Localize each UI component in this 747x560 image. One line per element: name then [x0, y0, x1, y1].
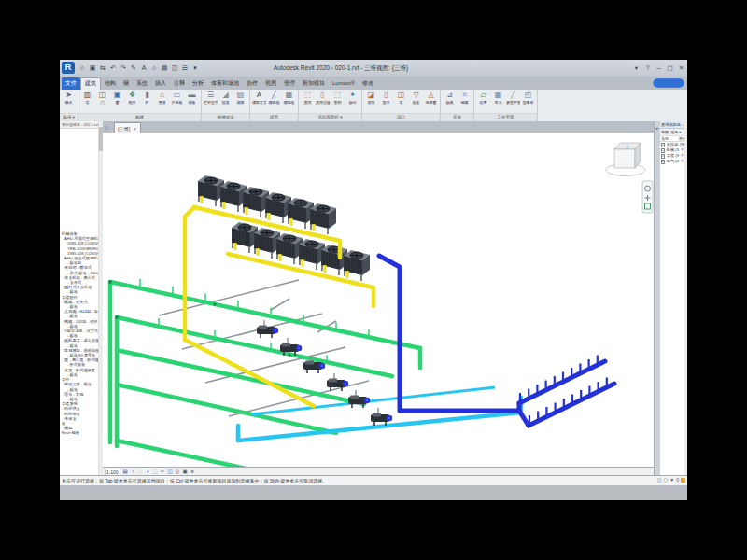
tab-分析[interactable]: 分析: [189, 77, 207, 90]
ribbon-panel-buttons: A模型文字╱模型线▦模型组: [250, 90, 298, 113]
screenshot-stage: R ⌂▣⇆↶↷✎A⌂▤◫☰▾ Autodesk Revit 2020 - 020…: [0, 0, 747, 560]
ribbon-button-楼梯[interactable]: ▤楼梯: [233, 91, 247, 105]
tab-视图[interactable]: 视图: [261, 77, 280, 90]
expand-icon[interactable]: +: [661, 143, 665, 147]
ribbon-button-轴网[interactable]: ⌗轴网: [458, 91, 472, 105]
crop-view-icon[interactable]: ⬚: [152, 469, 159, 475]
worksharing-icon[interactable]: ◫: [657, 477, 662, 483]
expand-icon[interactable]: +: [661, 160, 665, 164]
view-control-icons: ▤◔☼◑⬚✂◫◎▣≡: [122, 469, 196, 475]
tab-结构[interactable]: 结构: [101, 77, 120, 90]
visual-style-icon[interactable]: ◔: [130, 469, 136, 475]
ribbon-button-修改[interactable]: ➤修改: [62, 91, 76, 105]
show-crop-icon[interactable]: ✂: [160, 469, 166, 475]
temporary-view-properties-icon[interactable]: ▣: [182, 469, 189, 475]
ribbon-button-墙[interactable]: ▥墙: [80, 91, 94, 105]
ribbon-button-查看器[interactable]: ◰查看器: [521, 91, 535, 105]
ribbon-button-icon: ▬: [185, 91, 199, 100]
ribbon-button-老虎窗[interactable]: ◬老虎窗: [424, 91, 438, 105]
ribbon-button-label: 构件: [125, 100, 139, 105]
sun-path-icon[interactable]: ☼: [137, 469, 144, 475]
ribbon-button-窗[interactable]: ▣窗: [110, 91, 124, 105]
ribbon-panel: ⊿标高⌗轴网基准: [441, 90, 474, 121]
tab-系统[interactable]: 系统: [133, 77, 151, 90]
project-browser-item[interactable]: Y型过滤器 - 法兰式: [60, 329, 98, 333]
home-icon[interactable]: ⌂: [105, 123, 108, 132]
ribbon-button-icon: ⌂: [155, 91, 169, 100]
design-options-icon[interactable]: ▢: [664, 477, 669, 483]
system-browser-row[interactable]: +电气 (4 个系统): [660, 159, 687, 164]
ribbon-button-墙[interactable]: ◫墙: [394, 91, 408, 105]
model-canvas[interactable]: 上: [103, 133, 654, 467]
tab-管理[interactable]: 管理: [280, 77, 299, 90]
3d-model-view[interactable]: 上: [103, 133, 654, 467]
close-icon[interactable]: ✕: [677, 63, 685, 73]
tab-钢[interactable]: 钢: [120, 77, 133, 90]
temporary-hide-isolate-icon[interactable]: ◫: [167, 469, 174, 475]
project-browser-item[interactable]: Revit 链接: [60, 430, 98, 435]
ribbon-button-label: 垂直: [409, 100, 423, 105]
ribbon-button-垂直[interactable]: ▽垂直: [409, 91, 423, 105]
ribbon-button-坡道[interactable]: ◢坡道: [218, 91, 233, 105]
tab-体量和场地[interactable]: 体量和场地: [207, 77, 243, 90]
tab-插入[interactable]: 插入: [151, 77, 170, 90]
filter-count: 0: [676, 477, 679, 483]
navigation-bar[interactable]: [642, 181, 653, 213]
ribbon-button-模型文字[interactable]: A模型文字: [252, 91, 266, 105]
detail-level-icon[interactable]: ▤: [122, 469, 129, 475]
help-icon[interactable]: ?: [643, 63, 652, 73]
ribbon-button-面积[interactable]: ⬚面积: [331, 91, 345, 105]
tab-file[interactable]: 文件: [62, 77, 80, 90]
ribbon-button-房间分隔[interactable]: ▯房间分隔: [316, 91, 330, 105]
ribbon-button-icon: ▽: [409, 91, 423, 100]
ribbon-button-竖井[interactable]: ▯竖井: [379, 91, 393, 105]
ribbon-button-显示[interactable]: ▦显示: [491, 91, 505, 105]
tab-建筑[interactable]: 建筑: [80, 77, 101, 90]
shadows-icon[interactable]: ◑: [145, 469, 151, 475]
info-center-badge[interactable]: [653, 78, 684, 88]
ribbon-button-栏杆扶手[interactable]: ☰栏杆扶手: [204, 91, 218, 105]
viewcube[interactable]: 上: [606, 143, 645, 176]
ribbon-button-构件[interactable]: ❖构件: [125, 91, 139, 105]
ribbon-button-楼板[interactable]: ▬楼板: [185, 91, 199, 105]
revit-window: R ⌂▣⇆↶↷✎A⌂▤◫☰▾ Autodesk Revit 2020 - 020…: [60, 60, 687, 500]
project-browser-item[interactable]: 止回阀 - H44型 - 旋启式: [60, 309, 98, 314]
ribbon-button-门[interactable]: ◫门: [95, 91, 109, 105]
help-menu-icon[interactable]: ▾: [632, 63, 641, 73]
tab-注释[interactable]: 注释: [170, 77, 189, 90]
ribbon-button-标记[interactable]: ✦标记: [345, 91, 359, 105]
ribbon-button-参照平面[interactable]: ╱参照平面: [506, 91, 520, 105]
view-tab-close-icon[interactable]: ✕: [133, 124, 136, 133]
filter-icon[interactable]: ▼: [669, 477, 674, 483]
project-browser-item[interactable]: 风机盘管 - 进出水接口对齐布置: [60, 338, 98, 343]
window-title: Autodesk Revit 2020 - 020-1.rvt - 三维视图: …: [60, 64, 622, 73]
project-browser-item[interactable]: 闸阀 - Z41型 - 明杆: [60, 319, 98, 324]
system-browser-view-select[interactable]: 视图: 系统 ▾: [660, 129, 687, 136]
expand-icon[interactable]: +: [661, 154, 665, 159]
ribbon-button-柱[interactable]: ▮柱: [140, 91, 154, 105]
ribbon-button-屋顶[interactable]: ⌂屋顶: [155, 91, 169, 105]
pipes-blue[interactable]: [379, 256, 614, 426]
tab-Lumion®[interactable]: Lumion®: [329, 77, 359, 90]
ribbon-button-按面[interactable]: ◪按面: [364, 91, 378, 105]
tab-附加模块[interactable]: 附加模块: [299, 77, 329, 90]
ribbon-button-模型组[interactable]: ▦模型组: [282, 91, 296, 105]
reveal-hidden-icon[interactable]: ◎: [175, 469, 181, 475]
background-process-icon[interactable]: [681, 478, 685, 483]
ribbon-button-模型线[interactable]: ╱模型线: [267, 91, 281, 105]
expand-icon[interactable]: +: [661, 148, 665, 153]
ribbon-button-天花板[interactable]: ▭天花板: [170, 91, 184, 105]
project-browser-item[interactable]: 水泵 - 卧式端吸泵 - 15-50Hz - 2000 - 14000 GPM: [60, 368, 98, 372]
ribbon-button-设置[interactable]: ▱设置: [476, 91, 490, 105]
ribbon-button-标高[interactable]: ⊿标高: [443, 91, 457, 105]
ribbon-button-房间[interactable]: ⬚房间: [301, 91, 315, 105]
system-browser-scrollbar[interactable]: [684, 121, 687, 475]
minimize-icon[interactable]: ─: [655, 63, 663, 73]
tab-修改[interactable]: 修改: [359, 77, 377, 90]
ribbon-button-icon: ▮: [140, 91, 154, 100]
ribbon-button-icon: ◬: [424, 91, 438, 100]
project-browser-tree: 机械设备AHU-吊顶式空调机组1985-428 (C090VG2)YRB-420…: [60, 231, 98, 436]
tab-协作[interactable]: 协作: [243, 77, 261, 90]
maximize-icon[interactable]: ▢: [666, 63, 674, 73]
show-constraints-icon[interactable]: ≡: [190, 469, 196, 475]
